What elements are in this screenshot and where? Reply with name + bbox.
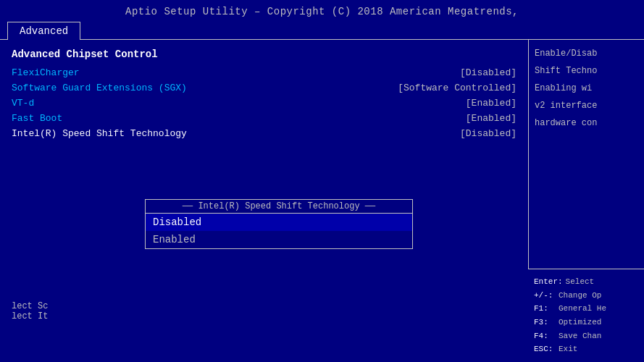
hint-f3: F3: Optimized xyxy=(534,316,638,329)
hint-f1-action: General He xyxy=(559,302,606,316)
content-area: Advanced Chipset Control FlexiCharger [D… xyxy=(0,39,644,343)
fastboot-label: Fast Boot xyxy=(12,113,62,124)
hint-plusminus-key: +/-: xyxy=(534,289,556,303)
hint-f3-key: F3: xyxy=(534,316,556,329)
vtd-label: VT-d xyxy=(12,98,34,109)
title-bar: Aptio Setup Utility – Copyright (C) 2018… xyxy=(0,0,644,17)
menu-item-vtd[interactable]: VT-d [Enabled] xyxy=(12,98,517,109)
hint-f4: F4: Save Chan xyxy=(534,329,638,343)
help-text-3: v2 interface xyxy=(535,99,638,112)
vtd-value: [Enabled] xyxy=(466,98,517,109)
hint-esc-action: Exit xyxy=(559,342,577,356)
title-text: Aptio Setup Utility – Copyright (C) 2018… xyxy=(125,6,519,17)
hint-enter: Enter: Select xyxy=(534,275,638,289)
bios-screen: Aptio Setup Utility – Copyright (C) 2018… xyxy=(0,0,644,362)
hint-enter-key: Enter: xyxy=(534,275,563,289)
hint-f1-key: F1: xyxy=(534,302,556,316)
menu-item-sgx[interactable]: Software Guard Extensions (SGX) [Softwar… xyxy=(12,83,517,93)
hint-enter-action: Select xyxy=(566,275,595,289)
speedshift-label: Intel(R) Speed Shift Technology xyxy=(12,128,187,139)
help-text-1: Shift Techno xyxy=(535,64,638,77)
tab-advanced[interactable]: Advanced xyxy=(7,22,80,40)
menu-item-speedshift[interactable]: Intel(R) Speed Shift Technology [Disable… xyxy=(12,128,517,139)
tab-advanced-label: Advanced xyxy=(20,25,68,37)
help-text-0: Enable/Disab xyxy=(535,47,638,60)
left-panel: Advanced Chipset Control FlexiCharger [D… xyxy=(0,40,528,343)
select-hint: lect Sclect It xyxy=(12,301,48,321)
dropdown-popup: —— Intel(R) Speed Shift Technology —— Di… xyxy=(145,199,413,249)
help-text-2: Enabling wi xyxy=(535,82,638,95)
sgx-label: Software Guard Extensions (SGX) xyxy=(12,83,187,93)
hint-f4-action: Save Chan xyxy=(559,329,601,343)
speedshift-value: [Disabled] xyxy=(460,128,517,139)
hint-f4-key: F4: xyxy=(534,329,556,343)
hint-plusminus-action: Change Op xyxy=(559,289,601,303)
hint-plusminus: +/-: Change Op xyxy=(534,289,638,303)
fastboot-value: [Enabled] xyxy=(466,113,517,124)
hint-f3-action: Optimized xyxy=(559,316,601,329)
hint-esc-key: ESC: xyxy=(534,342,556,356)
section-title: Advanced Chipset Control xyxy=(12,49,517,60)
key-hints: Enter: Select +/-: Change Op F1: General… xyxy=(528,269,644,362)
flexicharger-label: FlexiCharger xyxy=(12,67,80,78)
right-panel: Enable/Disab Shift Techno Enabling wi v2… xyxy=(528,40,644,343)
menu-item-flexicharger[interactable]: FlexiCharger [Disabled] xyxy=(12,67,517,78)
hint-esc: ESC: Exit xyxy=(534,342,638,356)
dropdown-option-enabled[interactable]: Enabled xyxy=(146,231,412,248)
help-text-4: hardware con xyxy=(535,117,638,130)
tab-bar: Advanced xyxy=(0,19,644,40)
menu-item-fastboot[interactable]: Fast Boot [Enabled] xyxy=(12,113,517,124)
dropdown-title: —— Intel(R) Speed Shift Technology —— xyxy=(146,200,412,214)
dropdown-option-disabled[interactable]: Disabled xyxy=(146,214,412,231)
sgx-value: [Software Controlled] xyxy=(398,83,517,93)
hint-f1: F1: General He xyxy=(534,302,638,316)
flexicharger-value: [Disabled] xyxy=(460,67,517,78)
